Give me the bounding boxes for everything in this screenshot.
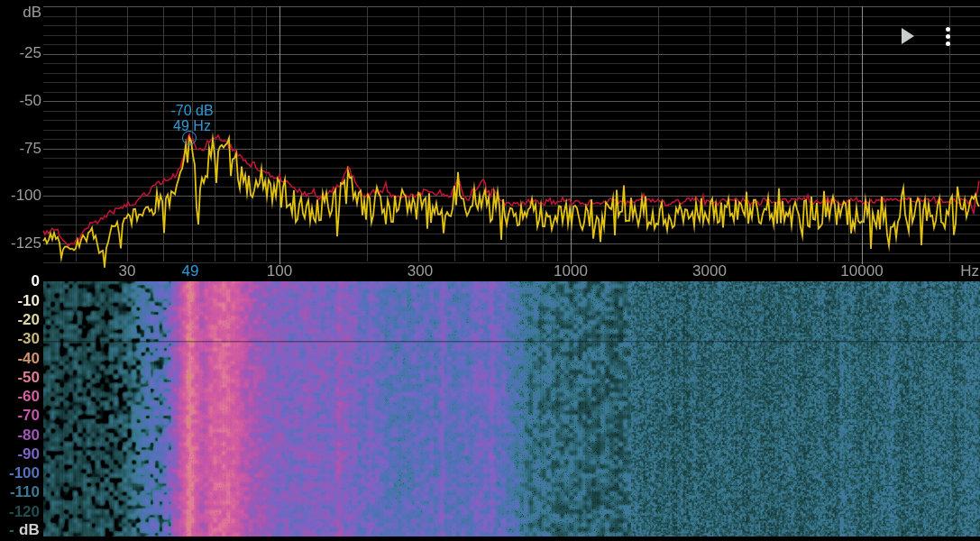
play-icon [902,28,914,44]
spectrogram-scale-label: -20 [0,311,40,329]
x-axis-tick: 10000 [840,262,883,280]
y-axis-tick: -75 [0,140,41,158]
spectrogram-display [43,281,980,536]
spectrum-plot[interactable] [0,0,980,280]
y-axis-unit-label: dB [0,4,41,22]
spectrogram-scale-label: -70 [0,407,40,425]
spectrogram-scale-label: -50 [0,369,40,387]
three-dot-menu-icon [946,41,950,46]
spectrogram-unit-label: dB [15,521,43,539]
cursor-peak-marker [182,131,197,145]
y-axis-tick: -100 [0,187,41,205]
play-button[interactable] [891,18,927,54]
spectrogram-scale-label: 0 [0,272,40,290]
y-axis-tick: -125 [0,234,41,252]
cursor-frequency-tick: 49 [182,262,199,280]
x-axis-tick: 1000 [554,262,588,280]
spectrogram-scale-label: -100 [0,464,40,482]
three-dot-menu-icon [946,27,950,32]
spectrogram-scale-label: -110 [0,483,40,501]
spectrogram-scale-label: -60 [0,388,40,406]
cursor-readout: -70 dB 49 Hz [170,103,213,133]
spectrogram-scale-label: -10 [0,292,40,310]
y-axis-tick: -25 [0,44,41,62]
spectrogram-scale-label: -40 [0,350,40,368]
spectrogram-scale-label: -120 [0,503,40,521]
x-axis-unit-label: Hz [952,262,979,280]
cursor-db-value: -70 dB [170,103,213,118]
overflow-menu-button[interactable] [930,18,966,54]
x-axis-tick: 3000 [692,262,727,280]
three-dot-menu-icon [946,34,950,39]
x-axis-tick: 300 [408,262,433,280]
spectrogram-scale-label: -90 [0,445,40,463]
x-axis-tick: 30 [119,262,136,280]
spectroid-screen: dB -25 -50 -75 -100 -125 30 49 100 300 1… [0,0,980,541]
spectrogram-scale-label: -30 [0,330,40,348]
spectrogram-scale-label: -80 [0,426,40,445]
x-axis-tick: 100 [267,262,292,280]
y-axis-tick: -50 [0,92,41,110]
